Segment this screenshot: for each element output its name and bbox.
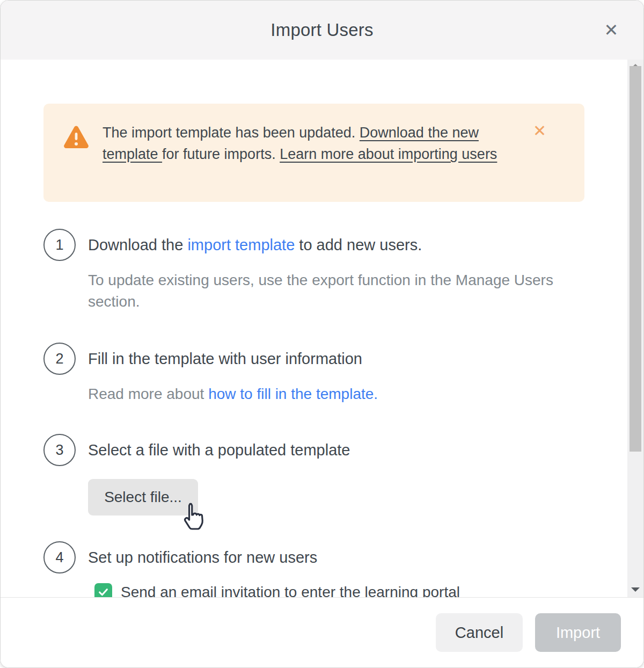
step-3-title: Select a file with a populated template [88, 434, 350, 466]
how-to-fill-template-link[interactable]: how to fill in the template. [208, 386, 378, 402]
step-2-title: Fill in the template with user informati… [88, 343, 378, 375]
scroll-down-icon[interactable] [631, 587, 640, 592]
hand-cursor-icon [181, 503, 206, 531]
step-3-number: 3 [43, 434, 76, 466]
banner-text: The import template has been updated. Do… [103, 122, 526, 165]
step-1-subtext: To update existing users, use the export… [88, 270, 560, 313]
dialog-body: The import template has been updated. Do… [1, 60, 643, 597]
step-2-subtext: Read more about how to fill in the templ… [88, 383, 378, 405]
import-button[interactable]: Import [535, 613, 621, 652]
dialog-title: Import Users [270, 20, 373, 40]
step-4: 4 Set up notifications for new users [43, 541, 643, 573]
scrollbar-thumb[interactable] [630, 66, 641, 452]
warning-icon [63, 125, 90, 152]
cancel-button[interactable]: Cancel [436, 613, 523, 652]
email-invitation-label: Send an email invitation to enter the le… [121, 584, 460, 598]
step-1-number: 1 [43, 229, 76, 261]
step-1-title-after: to add new users. [295, 236, 422, 253]
scrollbar[interactable] [627, 60, 643, 597]
email-invitation-option: Send an email invitation to enter the le… [94, 583, 643, 597]
step-1: 1 Download the import template to add ne… [43, 229, 643, 313]
banner-text-after: for future imports. [162, 146, 276, 162]
step-2-sub-before: Read more about [88, 386, 208, 402]
step-2-number: 2 [43, 343, 76, 375]
import-users-dialog: Import Users ✕ The import template has b… [0, 0, 644, 668]
close-icon[interactable]: ✕ [601, 19, 622, 41]
step-2: 2 Fill in the template with user informa… [43, 343, 643, 405]
learn-more-link[interactable]: Learn more about importing users [280, 143, 497, 165]
banner-text-before: The import template has been updated. [103, 125, 360, 141]
step-1-title-before: Download the [88, 236, 187, 253]
dialog-header: Import Users ✕ [1, 1, 643, 60]
dialog-footer: Cancel Import [1, 597, 643, 667]
import-template-link[interactable]: import template [187, 236, 295, 253]
warning-banner: The import template has been updated. Do… [43, 104, 584, 202]
step-4-number: 4 [43, 541, 76, 573]
banner-close-icon[interactable]: ✕ [533, 123, 549, 139]
step-1-title: Download the import template to add new … [88, 229, 560, 261]
step-3: 3 Select a file with a populated templat… [43, 434, 643, 515]
email-invitation-checkbox[interactable] [94, 583, 112, 597]
step-4-title: Set up notifications for new users [88, 541, 317, 573]
